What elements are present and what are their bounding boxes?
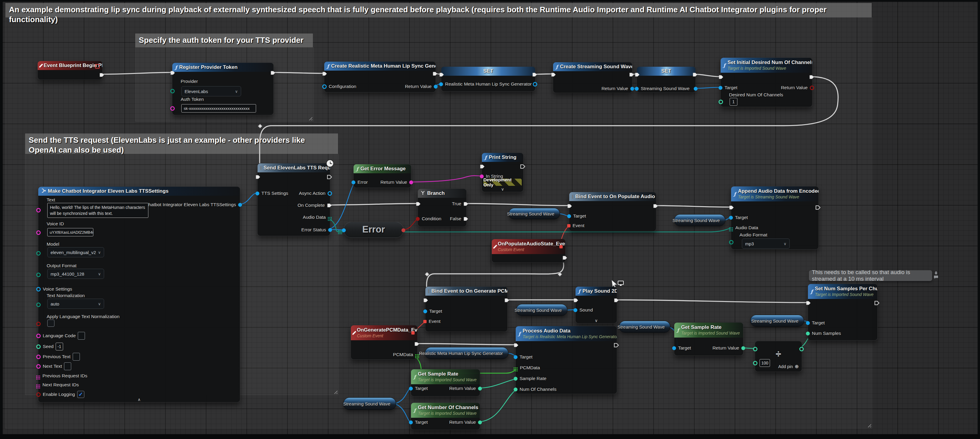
pin-target[interactable]: Target bbox=[729, 215, 748, 221]
dropdown-eleven-multilingual-v2[interactable]: eleven_multilingual_v2∨ bbox=[47, 247, 104, 258]
pin-data[interactable] bbox=[694, 86, 698, 92]
pin-exec[interactable] bbox=[514, 342, 519, 348]
pin-pcmdata[interactable]: PCMData bbox=[393, 352, 419, 358]
delegate-pin-icon[interactable] bbox=[95, 64, 100, 68]
pin-exec[interactable] bbox=[170, 70, 175, 76]
pin-data[interactable] bbox=[799, 346, 804, 352]
comment-bubble-icon[interactable] bbox=[934, 275, 938, 279]
delegate-pin-icon[interactable] bbox=[411, 331, 415, 334]
bubble-buttons[interactable] bbox=[934, 271, 938, 279]
pill-streaming-sound-wave-1[interactable]: Streaming Sound Wave bbox=[509, 208, 560, 220]
pin-apply-language-text-normalization[interactable] bbox=[36, 321, 41, 327]
pin-exec[interactable] bbox=[551, 72, 556, 78]
text-input[interactable]: uYXf8XasLslADfZ2MB4u bbox=[47, 228, 93, 236]
pin-target[interactable]: Target bbox=[423, 308, 442, 314]
set-initial-desired-num-of-channels[interactable]: ƒSet Initial Desired Num Of ChannelsTarg… bbox=[720, 57, 813, 107]
print-string[interactable]: ƒPrint StringDevelopment Only∨In String bbox=[482, 153, 523, 192]
pin-num-of-channels[interactable]: Num Of Channels bbox=[514, 387, 557, 392]
pin-event[interactable]: Event bbox=[567, 223, 584, 229]
pin-previous-text[interactable]: Previous Text bbox=[36, 354, 80, 360]
pin-exec[interactable] bbox=[480, 164, 485, 169]
pin-return-value[interactable]: Return Value bbox=[781, 85, 814, 91]
pin-audio-data[interactable]: Audio Data bbox=[303, 214, 332, 220]
dropdown-mp3[interactable]: mp3∨ bbox=[742, 239, 790, 249]
pill-streaming-sound-wave-6[interactable]: Streaming Sound Wave bbox=[344, 398, 396, 410]
value-box[interactable] bbox=[78, 332, 85, 340]
pin-error-status[interactable]: Error Status bbox=[301, 227, 332, 233]
pin-text-normalization[interactable] bbox=[36, 302, 41, 308]
pin-exec[interactable] bbox=[629, 72, 634, 78]
pin-audio-data[interactable]: Audio Data bbox=[729, 225, 758, 231]
textarea-input[interactable]: Hello, world! The lips of the MetaHuman … bbox=[47, 203, 148, 218]
pin-next-text[interactable]: Next Text bbox=[36, 363, 71, 369]
register-provider-token[interactable]: ƒRegister Provider TokenProviderAuth Tok… bbox=[172, 62, 274, 115]
pin-bubble-icon[interactable] bbox=[934, 271, 938, 275]
checkbox-unchecked[interactable] bbox=[47, 320, 54, 327]
pin-on-complete[interactable]: On Complete bbox=[298, 202, 332, 208]
pin-return-value[interactable]: Return Value bbox=[601, 86, 634, 92]
bind-event-to-on-populate-audio-state[interactable]: Bind Event to On Populate Audio StateTar… bbox=[569, 192, 656, 231]
pin-provider[interactable] bbox=[170, 88, 175, 94]
pin-text[interactable] bbox=[36, 207, 41, 213]
pill-streaming-sound-wave-4[interactable]: Streaming Sound Wave bbox=[619, 321, 670, 333]
pin-exec[interactable] bbox=[520, 164, 525, 169]
pin-exec[interactable] bbox=[414, 341, 419, 347]
number-field[interactable]: 100 bbox=[759, 359, 770, 367]
pin-target[interactable]: Target bbox=[567, 213, 586, 219]
pin-exec[interactable] bbox=[614, 342, 619, 348]
process-audio-data[interactable]: ƒProcess Audio DataTarget is Realistic M… bbox=[515, 326, 617, 394]
pin-exec[interactable] bbox=[327, 174, 332, 180]
make-chatbot-integrator-eleven-labs-ttssettings[interactable]: Make Chatbot Integrator Eleven Labs TTSS… bbox=[38, 186, 240, 402]
set-streaming-sound-wave[interactable]: SETStreaming Sound Wave bbox=[636, 67, 696, 93]
pin-exec[interactable] bbox=[439, 72, 444, 78]
pin-next-request-ids[interactable]: Next Request IDs bbox=[36, 382, 79, 388]
chevron-down-icon[interactable]: ∨ bbox=[482, 187, 523, 191]
pin-exec[interactable] bbox=[719, 74, 724, 80]
pin-false[interactable]: False bbox=[450, 216, 468, 222]
event-blueprint-begin-play[interactable]: Event Blueprint Begin Play bbox=[37, 61, 103, 80]
pill-streaming-sound-wave-3[interactable]: Streaming Sound Wave bbox=[516, 304, 568, 316]
play-sound-2d[interactable]: ƒPlay Sound 2D∨Sound bbox=[575, 286, 617, 323]
pin-voice-settings[interactable]: Voice Settings bbox=[36, 286, 72, 292]
pill-realistic-metahuman-lip-sync-generator[interactable]: Realistic Meta Human Lip Sync Generator bbox=[425, 347, 509, 359]
text-input[interactable]: sk-xxxxxxxxxxxxxxxxxxxxxxxxxxxxxx bbox=[181, 104, 256, 113]
pin-exec[interactable] bbox=[270, 70, 275, 76]
set-num-samples-per-chunk[interactable]: ƒSet Num Samples Per ChunkTarget is Impo… bbox=[808, 284, 878, 340]
pin-exec[interactable] bbox=[809, 74, 814, 80]
get-number-of-channels[interactable]: ƒGet Number Of ChannelsTarget is Importe… bbox=[411, 402, 480, 430]
pin-exec[interactable] bbox=[256, 174, 261, 180]
pin-data[interactable] bbox=[753, 346, 757, 352]
dropdown-mp3-44100-128[interactable]: mp3_44100_128∨ bbox=[47, 269, 104, 279]
pin-return-value[interactable]: Return Value bbox=[449, 419, 482, 425]
onpopulateaudiostate-event[interactable]: OnPopulateAudioState_EventCustom Event bbox=[492, 239, 566, 263]
pin-error[interactable]: Error bbox=[352, 179, 368, 185]
pin-exec[interactable] bbox=[729, 204, 734, 210]
pin-target[interactable]: Target bbox=[409, 419, 428, 425]
pin-enable-logging[interactable]: Enable Logging✓ bbox=[36, 391, 84, 398]
pin-auth-token[interactable] bbox=[170, 105, 175, 111]
pin-language-code[interactable]: Language Code bbox=[36, 333, 85, 339]
set-realistic-lip-sync-generator[interactable]: SETRealistic Meta Human Lip Sync Generat… bbox=[441, 67, 536, 92]
bind-event-to-on-generate-pcmdata[interactable]: Bind Event to On Generate PCMDataTargetE… bbox=[425, 286, 508, 332]
pin-return-value[interactable]: Return Value bbox=[380, 179, 413, 185]
pin-event[interactable]: Event bbox=[423, 318, 441, 324]
pin-desired-num-of-channels[interactable] bbox=[719, 99, 723, 105]
pin-condition[interactable]: Condition bbox=[416, 216, 442, 222]
pin-previous-request-ids[interactable]: Previous Request IDs bbox=[36, 373, 88, 379]
pin-exec[interactable] bbox=[99, 72, 104, 78]
pin-exec[interactable] bbox=[614, 297, 619, 303]
pin-return-value[interactable]: Return Value bbox=[449, 385, 482, 391]
pin-exec[interactable] bbox=[416, 201, 421, 207]
node-comment-bubble[interactable]: This needs to be called so that audio is… bbox=[809, 270, 932, 281]
pin-exec[interactable] bbox=[635, 72, 640, 78]
pin-realistic-meta-human-lip-sync-generator[interactable]: Realistic Meta Human Lip Sync Generator bbox=[439, 81, 531, 87]
pin-configuration[interactable]: Configuration bbox=[322, 83, 356, 89]
pin-sound[interactable]: Sound bbox=[573, 307, 593, 313]
pin-data[interactable] bbox=[533, 81, 537, 87]
pin-return-value[interactable]: Return Value bbox=[713, 345, 745, 351]
pin-exec[interactable] bbox=[532, 72, 537, 78]
pin-exec[interactable] bbox=[653, 203, 658, 209]
pin-target[interactable]: Target bbox=[514, 354, 533, 360]
pin-seed[interactable]: Seed-1 bbox=[36, 344, 63, 350]
branch[interactable]: BranchTrueConditionFalse bbox=[418, 189, 467, 227]
